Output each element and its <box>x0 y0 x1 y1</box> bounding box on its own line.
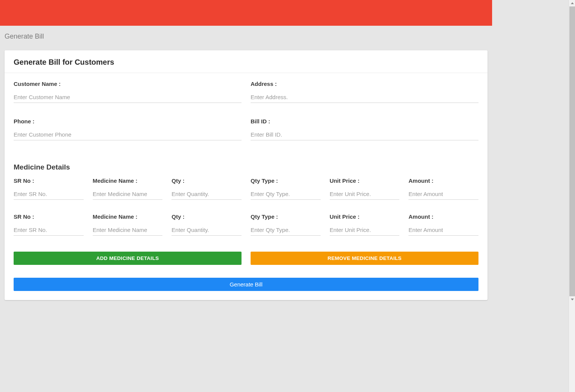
medicine-name-input[interactable] <box>93 188 163 200</box>
add-medicine-button[interactable]: ADD MEDICINE DETAILS <box>14 252 242 265</box>
phone-input[interactable] <box>14 129 242 140</box>
unit-price-input[interactable] <box>330 188 400 200</box>
main-container: Generate Bill Generate Bill for Customer… <box>0 0 492 392</box>
scroll-thumb[interactable] <box>569 6 575 296</box>
card-header: Generate Bill for Customers <box>5 50 488 73</box>
customer-row-1: Customer Name : Address : <box>9 81 483 118</box>
medicine-name-input[interactable] <box>93 224 163 236</box>
sr-no-label: SR No : <box>14 177 84 184</box>
qty-input[interactable] <box>171 224 242 236</box>
bill-card: Generate Bill for Customers Customer Nam… <box>5 50 488 300</box>
address-input[interactable] <box>251 92 478 103</box>
scrollbar-segment <box>569 303 575 392</box>
sr-no-input[interactable] <box>14 224 84 236</box>
address-group: Address : <box>251 81 478 103</box>
customer-name-group: Customer Name : <box>14 81 242 103</box>
qty-type-input[interactable] <box>251 224 321 236</box>
sr-no-input[interactable] <box>14 188 84 200</box>
medicine-name-label: Medicine Name : <box>93 213 163 220</box>
generate-bill-button[interactable]: Generate Bill <box>14 278 478 291</box>
bill-id-label: Bill ID : <box>251 118 478 124</box>
qty-type-label: Qty Type : <box>251 213 321 220</box>
qty-type-input[interactable] <box>251 188 321 200</box>
scroll-down-button[interactable] <box>569 296 575 303</box>
medicine-section-title: Medicine Details <box>14 163 478 171</box>
amount-label: Amount : <box>408 177 478 184</box>
amount-input[interactable] <box>408 188 478 200</box>
remove-medicine-button[interactable]: REMOVE MEDICINE DETAILS <box>251 252 478 265</box>
unit-price-label: Unit Price : <box>330 213 400 220</box>
sr-no-label: SR No : <box>14 213 84 220</box>
unit-price-label: Unit Price : <box>330 177 400 184</box>
card-title: Generate Bill for Customers <box>14 58 478 67</box>
qty-label: Qty : <box>171 213 242 220</box>
top-banner <box>0 0 492 26</box>
chevron-up-icon <box>571 2 574 4</box>
medicine-row: SR No : Medicine Name : Qty : <box>9 213 483 249</box>
customer-name-input[interactable] <box>14 92 242 103</box>
medicine-buttons-row: ADD MEDICINE DETAILS REMOVE MEDICINE DET… <box>9 252 483 265</box>
qty-type-label: Qty Type : <box>251 177 321 184</box>
qty-label: Qty : <box>171 177 242 184</box>
address-label: Address : <box>251 81 478 87</box>
unit-price-input[interactable] <box>330 224 400 236</box>
amount-label: Amount : <box>408 213 478 220</box>
scroll-up-button[interactable] <box>569 0 575 6</box>
bill-id-group: Bill ID : <box>251 118 478 140</box>
breadcrumb: Generate Bill <box>0 26 492 44</box>
card-body: Customer Name : Address : Phone : <box>5 73 488 291</box>
phone-label: Phone : <box>14 118 242 124</box>
customer-row-2: Phone : Bill ID : <box>9 118 483 156</box>
chevron-down-icon <box>571 299 574 300</box>
bill-id-input[interactable] <box>251 129 478 140</box>
breadcrumb-text: Generate Bill <box>5 33 44 40</box>
amount-input[interactable] <box>408 224 478 236</box>
medicine-row: SR No : Medicine Name : Qty : <box>9 177 483 213</box>
customer-name-label: Customer Name : <box>14 81 242 87</box>
medicine-name-label: Medicine Name : <box>93 177 163 184</box>
phone-group: Phone : <box>14 118 242 140</box>
qty-input[interactable] <box>171 188 242 200</box>
